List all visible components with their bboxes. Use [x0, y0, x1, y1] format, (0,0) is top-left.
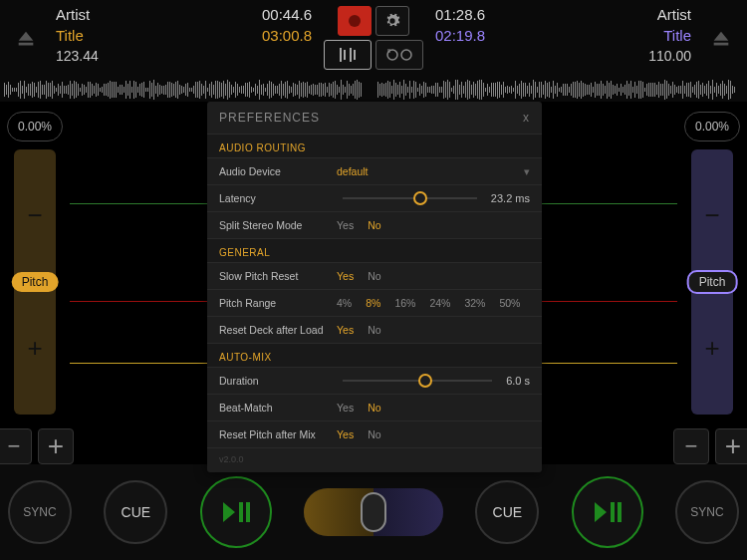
latency-slider[interactable]	[343, 197, 477, 199]
pitch-range-option[interactable]: 4%	[337, 297, 352, 309]
split-yes[interactable]: Yes	[337, 219, 354, 231]
deck-a-elapsed: 00:44.6	[262, 6, 312, 23]
section-automix-heading: AUTO-MIX	[207, 344, 542, 368]
slow-no[interactable]: No	[368, 270, 380, 282]
deck-b-play-button[interactable]	[572, 476, 643, 548]
turntable-mode-button[interactable]	[375, 40, 423, 70]
pitch-range-option[interactable]: 24%	[429, 297, 450, 309]
crossfader[interactable]	[304, 488, 443, 536]
deck-a-side: 0.00% − + Pitch − +	[0, 102, 70, 464]
deck-b-title[interactable]: Title	[497, 27, 691, 44]
overview-a[interactable]	[0, 78, 374, 102]
rp-yes[interactable]: Yes	[337, 428, 354, 440]
overview-waveforms	[0, 78, 747, 102]
waveform-vertical-icon	[336, 46, 360, 64]
crossfader-knob[interactable]	[361, 492, 386, 532]
record-button[interactable]	[338, 6, 372, 36]
deck-b-bpm: 110.00	[497, 48, 691, 64]
deck-b-sync-button[interactable]: SYNC	[675, 480, 739, 544]
eject-a-button[interactable]	[8, 6, 44, 72]
bm-no[interactable]: No	[368, 402, 380, 414]
deck-b-nudge-down[interactable]: −	[673, 428, 709, 464]
split-no[interactable]: No	[368, 219, 380, 231]
minus-icon: −	[14, 149, 56, 282]
overview-b[interactable]	[374, 78, 747, 102]
deck-b-elapsed: 01:28.6	[435, 6, 485, 23]
row-split-stereo: Split Stereo Mode Yes No	[207, 212, 542, 239]
deck-a-pitch-slider[interactable]: − + Pitch	[14, 149, 56, 415]
deck-a-nudge-up[interactable]: +	[38, 428, 74, 464]
deck-a-nudge-down[interactable]: −	[0, 428, 32, 464]
row-slow-pitch: Slow Pitch Reset Yes No	[207, 263, 542, 290]
deck-b-side: 0.00% − + Pitch − +	[677, 102, 747, 464]
deck-a-title[interactable]: Title	[56, 27, 250, 44]
minus-icon: −	[691, 149, 733, 282]
deck-a-remain: 03:00.8	[262, 27, 312, 44]
bm-yes[interactable]: Yes	[337, 402, 354, 414]
duration-value: 6.0 s	[506, 375, 530, 387]
preferences-panel: PREFERENCES x AUDIO ROUTING Audio Device…	[207, 102, 542, 472]
deck-b-pitch-label: Pitch	[687, 270, 738, 294]
row-reset-deck: Reset Deck after Load Yes No	[207, 317, 542, 344]
row-reset-pitch: Reset Pitch after Mix Yes No	[207, 421, 542, 448]
plus-icon: +	[14, 282, 56, 415]
deck-b-cue-button[interactable]: CUE	[475, 480, 539, 544]
deck-b-info: Artist Title 110.00 01:28.6 02:19.8	[427, 0, 747, 78]
prefs-version: v2.0.0	[207, 448, 542, 472]
row-duration: Duration 6.0 s	[207, 368, 542, 395]
deck-b-artist: Artist	[497, 6, 691, 23]
section-audio-heading: AUDIO ROUTING	[207, 135, 542, 158]
deck-b-pitch-slider[interactable]: − + Pitch	[691, 149, 733, 415]
center-controls	[320, 0, 427, 78]
deck-a-sync-button[interactable]: SYNC	[8, 480, 72, 544]
gear-icon	[384, 13, 400, 29]
deck-b-remain: 02:19.8	[435, 27, 485, 44]
row-latency: Latency 23.2 ms	[207, 185, 542, 212]
eject-b-button[interactable]	[703, 6, 739, 72]
eject-icon	[710, 28, 732, 50]
deck-a-info: Artist Title 123.44 00:44.6 03:00.8	[0, 0, 320, 78]
pitch-range-option[interactable]: 8%	[366, 297, 380, 309]
eject-icon	[15, 28, 37, 50]
mixer-mode-button[interactable]	[324, 40, 372, 70]
deck-a-bpm: 123.44	[56, 48, 250, 64]
deck-b-pitch-pct[interactable]: 0.00%	[684, 112, 740, 141]
pitch-range-option[interactable]: 50%	[499, 297, 520, 309]
play-pause-icon	[593, 500, 622, 524]
deck-a-pitch-pct[interactable]: 0.00%	[7, 112, 63, 141]
turntable-icon	[385, 48, 413, 62]
row-pitch-range: Pitch Range 4%8%16%24%32%50%	[207, 290, 542, 317]
settings-button[interactable]	[375, 6, 409, 36]
top-bar: Artist Title 123.44 00:44.6 03:00.8 Arti…	[0, 0, 747, 78]
resetdeck-yes[interactable]: Yes	[337, 324, 354, 336]
rp-no[interactable]: No	[368, 428, 380, 440]
plus-icon: +	[691, 282, 733, 415]
resetdeck-no[interactable]: No	[368, 324, 380, 336]
play-pause-icon	[221, 500, 251, 524]
deck-a-artist: Artist	[56, 6, 250, 23]
deck-b-nudge-up[interactable]: +	[715, 428, 747, 464]
latency-value: 23.2 ms	[491, 192, 530, 204]
deck-a-cue-button[interactable]: CUE	[104, 480, 167, 544]
row-audio-device[interactable]: Audio Device default▾	[207, 158, 542, 185]
preferences-title: PREFERENCES	[219, 111, 320, 125]
duration-slider[interactable]	[343, 380, 492, 382]
deck-a-pitch-label: Pitch	[12, 272, 59, 292]
transport-bar: SYNC CUE CUE SYNC	[0, 464, 747, 560]
slow-yes[interactable]: Yes	[337, 270, 354, 282]
section-general-heading: GENERAL	[207, 239, 542, 263]
close-button[interactable]: x	[523, 111, 530, 125]
svg-point-1	[401, 50, 411, 60]
pitch-range-option[interactable]: 16%	[394, 297, 415, 309]
row-beatmatch: Beat-Match Yes No	[207, 395, 542, 421]
deck-a-play-button[interactable]	[200, 476, 272, 548]
pitch-range-option[interactable]: 32%	[464, 297, 485, 309]
